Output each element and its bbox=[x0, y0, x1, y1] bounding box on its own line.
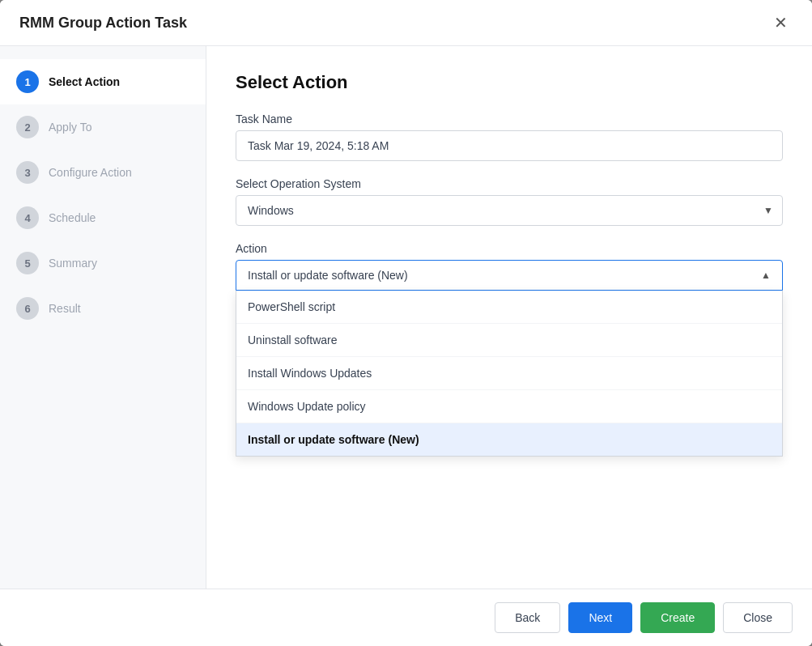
step-label-1: Select Action bbox=[49, 75, 120, 88]
step-circle-2: 2 bbox=[16, 116, 39, 138]
sidebar-item-configure-action[interactable]: 3 Configure Action bbox=[0, 150, 206, 195]
modal-overlay: RMM Group Action Task ✕ 1 Select Action … bbox=[0, 0, 812, 646]
next-button[interactable]: Next bbox=[568, 602, 632, 633]
task-name-label: Task Name bbox=[236, 113, 783, 125]
modal-body: 1 Select Action 2 Apply To 3 Configure A… bbox=[0, 46, 812, 589]
step-circle-5: 5 bbox=[16, 252, 39, 274]
step-label-4: Schedule bbox=[49, 211, 96, 224]
action-dropdown-menu: PowerShell script Uninstall software Ins… bbox=[236, 291, 783, 457]
dropdown-item-windows-updates[interactable]: Install Windows Updates bbox=[236, 357, 782, 390]
step-circle-1: 1 bbox=[16, 70, 39, 93]
sidebar-item-schedule[interactable]: 4 Schedule bbox=[0, 195, 206, 240]
action-dropdown: Install or update software (New) ▲ Power… bbox=[236, 260, 783, 291]
dropdown-item-powershell[interactable]: PowerShell script bbox=[236, 291, 782, 324]
back-button[interactable]: Back bbox=[495, 602, 560, 633]
action-selected-value: Install or update software (New) bbox=[248, 269, 408, 282]
step-label-3: Configure Action bbox=[49, 166, 132, 179]
action-dropdown-arrow-icon: ▲ bbox=[761, 270, 771, 281]
step-label-5: Summary bbox=[49, 257, 97, 270]
step-circle-4: 4 bbox=[16, 206, 39, 229]
modal-title: RMM Group Action Task bbox=[19, 15, 187, 32]
step-label-2: Apply To bbox=[49, 121, 91, 134]
sidebar: 1 Select Action 2 Apply To 3 Configure A… bbox=[0, 46, 206, 589]
action-label: Action bbox=[236, 242, 783, 255]
step-circle-3: 3 bbox=[16, 161, 39, 184]
os-select[interactable]: Windows macOS Linux bbox=[236, 195, 783, 226]
step-label-6: Result bbox=[49, 302, 81, 315]
sidebar-item-summary[interactable]: 5 Summary bbox=[0, 240, 206, 286]
dropdown-item-uninstall[interactable]: Uninstall software bbox=[236, 324, 782, 357]
main-content: Select Action Task Name Select Operation… bbox=[206, 46, 812, 589]
modal-footer: Back Next Create Close bbox=[0, 589, 812, 646]
close-modal-button[interactable]: ✕ bbox=[769, 13, 793, 32]
task-name-input[interactable] bbox=[236, 130, 783, 161]
sidebar-item-select-action[interactable]: 1 Select Action bbox=[0, 59, 206, 104]
close-icon: ✕ bbox=[774, 14, 788, 32]
dropdown-item-install-new[interactable]: Install or update software (New) bbox=[236, 423, 782, 456]
step-circle-6: 6 bbox=[16, 297, 39, 320]
sidebar-item-apply-to[interactable]: 2 Apply To bbox=[0, 104, 206, 150]
sidebar-item-result[interactable]: 6 Result bbox=[0, 286, 206, 331]
dropdown-item-update-policy[interactable]: Windows Update policy bbox=[236, 390, 782, 423]
modal-header: RMM Group Action Task ✕ bbox=[0, 0, 812, 46]
section-title: Select Action bbox=[236, 72, 783, 93]
action-dropdown-trigger[interactable]: Install or update software (New) ▲ bbox=[236, 260, 783, 291]
modal: RMM Group Action Task ✕ 1 Select Action … bbox=[0, 0, 812, 646]
os-label: Select Operation System bbox=[236, 177, 783, 190]
create-button[interactable]: Create bbox=[640, 602, 715, 633]
os-select-wrapper: Windows macOS Linux ▼ bbox=[236, 195, 783, 226]
close-button[interactable]: Close bbox=[723, 602, 793, 633]
